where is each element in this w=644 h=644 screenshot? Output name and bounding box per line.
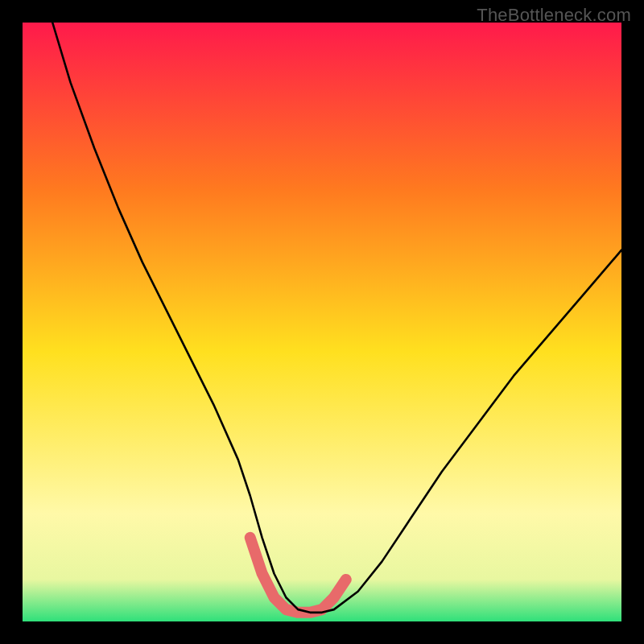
plot-area (23, 23, 621, 621)
watermark-text: TheBottleneck.com (477, 5, 631, 26)
gradient-background (23, 23, 621, 621)
bottleneck-chart (23, 23, 621, 621)
chart-frame: TheBottleneck.com (0, 0, 644, 644)
